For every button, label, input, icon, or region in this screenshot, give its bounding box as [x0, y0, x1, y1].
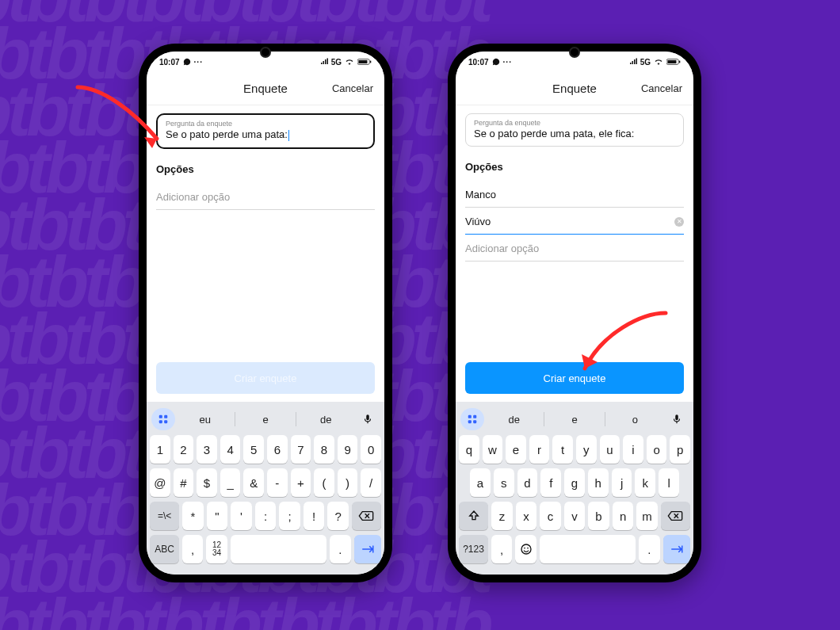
add-option-input[interactable]: Adicionar opção: [465, 235, 684, 262]
key-backspace[interactable]: [352, 502, 381, 530]
key[interactable]: k: [635, 468, 655, 497]
key[interactable]: *: [182, 502, 204, 530]
key[interactable]: i: [623, 435, 643, 464]
key[interactable]: 4: [220, 435, 241, 464]
key[interactable]: ': [231, 502, 252, 530]
key[interactable]: $: [197, 468, 217, 497]
keyboard-apps-icon[interactable]: [460, 408, 484, 430]
key-numfrac[interactable]: 1234: [206, 535, 227, 563]
key[interactable]: +: [291, 468, 311, 497]
key[interactable]: 5: [243, 435, 264, 464]
key[interactable]: z: [491, 502, 513, 530]
key[interactable]: n: [613, 502, 634, 530]
key-symbols-page[interactable]: =\<: [150, 502, 179, 530]
svg-rect-11: [473, 415, 476, 418]
key[interactable]: /: [361, 468, 381, 497]
key[interactable]: v: [564, 502, 586, 530]
key-comma[interactable]: ,: [182, 535, 203, 563]
key[interactable]: &: [243, 468, 264, 497]
mic-icon[interactable]: [665, 408, 689, 430]
option-value: Manco: [465, 189, 496, 200]
key[interactable]: 2: [174, 435, 194, 464]
poll-question-field[interactable]: Pergunta da enquete Se o pato perde uma …: [156, 113, 375, 149]
cancel-button[interactable]: Cancelar: [641, 82, 682, 94]
key[interactable]: c: [540, 502, 561, 530]
key-enter[interactable]: [354, 535, 381, 563]
suggestion-2[interactable]: e: [548, 409, 601, 430]
key[interactable]: 8: [314, 435, 334, 464]
key[interactable]: t: [552, 435, 573, 464]
svg-rect-4: [164, 415, 167, 418]
mic-icon[interactable]: [356, 408, 380, 430]
add-option-input[interactable]: Adicionar opção: [156, 183, 375, 210]
svg-rect-8: [667, 60, 676, 63]
key[interactable]: l: [659, 468, 679, 497]
key[interactable]: 0: [361, 435, 381, 464]
option-row[interactable]: Viúvo ✕: [465, 208, 684, 235]
key[interactable]: 6: [267, 435, 288, 464]
keyboard: eu e de 1234567890 @#$_&-+()/ =\< * " ': [147, 402, 384, 575]
key[interactable]: -: [267, 468, 288, 497]
wifi-icon: [345, 58, 354, 66]
key[interactable]: h: [588, 468, 609, 497]
key-emoji[interactable]: [515, 535, 536, 563]
key[interactable]: 3: [197, 435, 217, 464]
key[interactable]: y: [576, 435, 597, 464]
key-comma[interactable]: ,: [491, 535, 512, 563]
key[interactable]: _: [220, 468, 241, 497]
key[interactable]: q: [459, 435, 479, 464]
create-poll-button[interactable]: Criar enquete: [156, 362, 375, 394]
key[interactable]: e: [506, 435, 526, 464]
key[interactable]: f: [540, 468, 561, 497]
key-shift[interactable]: [459, 502, 488, 530]
key[interactable]: x: [516, 502, 537, 530]
key-backspace[interactable]: [661, 502, 690, 530]
key[interactable]: 9: [338, 435, 358, 464]
key[interactable]: ;: [279, 502, 300, 530]
status-more-icon: ···: [194, 58, 203, 67]
key[interactable]: m: [636, 502, 658, 530]
wifi-icon: [654, 58, 663, 66]
keyboard-apps-icon[interactable]: [151, 408, 175, 430]
front-camera: [569, 47, 580, 58]
key[interactable]: s: [494, 468, 514, 497]
key[interactable]: !: [304, 502, 325, 530]
key[interactable]: u: [600, 435, 620, 464]
option-row[interactable]: Manco: [465, 181, 684, 208]
suggestion-1[interactable]: eu: [178, 409, 231, 430]
key[interactable]: p: [670, 435, 690, 464]
key-space[interactable]: [540, 535, 636, 563]
key[interactable]: @: [150, 468, 170, 497]
suggestion-1[interactable]: de: [487, 409, 540, 430]
create-poll-button[interactable]: Criar enquete: [465, 362, 684, 394]
suggestion-2[interactable]: e: [239, 409, 292, 430]
key[interactable]: 1: [150, 435, 170, 464]
key[interactable]: b: [588, 502, 609, 530]
key[interactable]: d: [517, 468, 538, 497]
key[interactable]: g: [564, 468, 585, 497]
key-dot[interactable]: .: [639, 535, 659, 563]
cancel-button[interactable]: Cancelar: [332, 82, 373, 94]
key[interactable]: w: [483, 435, 503, 464]
key[interactable]: ): [338, 468, 358, 497]
key-dot[interactable]: .: [330, 535, 350, 563]
key[interactable]: a: [470, 468, 491, 497]
whatsapp-icon: [183, 58, 191, 66]
key-space[interactable]: [231, 535, 326, 563]
key[interactable]: :: [255, 502, 277, 530]
key-abc[interactable]: ABC: [150, 535, 179, 563]
poll-question-field[interactable]: Pergunta da enquete Se o pato perde uma …: [465, 113, 684, 147]
key[interactable]: j: [612, 468, 632, 497]
key[interactable]: #: [174, 468, 194, 497]
key-nums[interactable]: ?123: [459, 535, 488, 563]
key[interactable]: r: [529, 435, 550, 464]
key[interactable]: 7: [291, 435, 311, 464]
key[interactable]: o: [647, 435, 667, 464]
suggestion-3[interactable]: de: [300, 409, 353, 430]
key[interactable]: ?: [327, 502, 349, 530]
suggestion-3[interactable]: o: [609, 409, 662, 430]
remove-option-icon[interactable]: ✕: [674, 217, 684, 227]
key[interactable]: ": [207, 502, 228, 530]
key-enter[interactable]: [663, 535, 690, 563]
key[interactable]: (: [314, 468, 334, 497]
